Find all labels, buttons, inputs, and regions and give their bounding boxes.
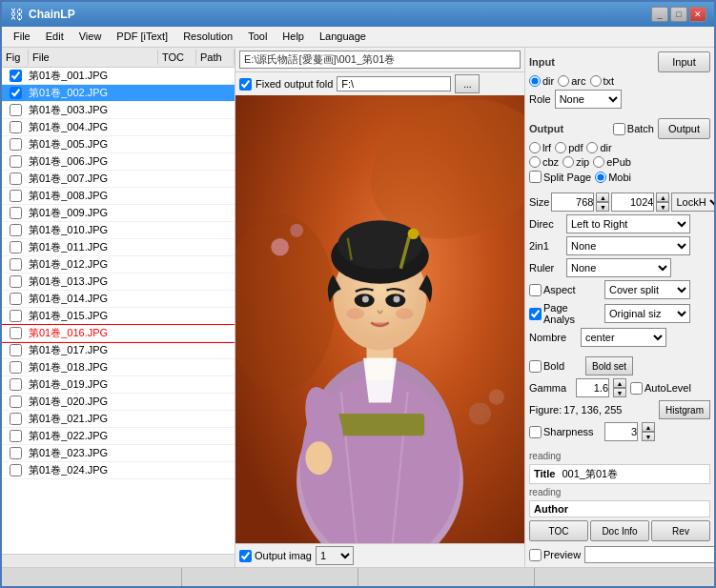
dir-radio[interactable] — [529, 75, 541, 87]
page-analysis-select[interactable]: Original siz — [604, 304, 690, 323]
file-checkbox[interactable] — [10, 224, 22, 236]
arc-radio-label[interactable]: arc — [558, 75, 585, 87]
sharpness-checkbox[interactable] — [529, 426, 542, 438]
file-row[interactable]: 第01巻_006.JPG — [2, 153, 235, 171]
file-checkbox[interactable] — [10, 258, 22, 271]
file-row[interactable]: 第01巻_007.JPG — [2, 171, 235, 188]
file-row[interactable]: 第01巻_019.JPG — [2, 376, 235, 394]
file-row[interactable]: 第01巻_005.JPG — [2, 136, 235, 153]
menu-view[interactable]: View — [72, 29, 110, 45]
autolevel-checkbox[interactable] — [630, 382, 643, 395]
pdf-radio[interactable] — [555, 142, 566, 153]
file-row[interactable]: 第01巻_003.JPG — [2, 102, 235, 119]
dir-radio-label[interactable]: dir — [529, 75, 554, 87]
toc-button[interactable]: TOC — [529, 520, 588, 541]
file-checkbox[interactable] — [10, 395, 22, 408]
page-analysis-checkbox[interactable] — [529, 308, 542, 320]
file-list-scroll[interactable]: 第01巻_001.JPG第01巻_002.JPG第01巻_003.JPG第01巻… — [2, 68, 235, 554]
aspect-select[interactable]: Cover split — [604, 280, 690, 299]
cbz-radio-label[interactable]: cbz — [529, 156, 559, 168]
preview-input[interactable] — [584, 546, 714, 563]
zip-radio[interactable] — [563, 156, 574, 168]
lock-select[interactable]: LockH — [671, 193, 714, 212]
twoin1-select[interactable]: None — [566, 236, 690, 255]
role-select[interactable]: None — [555, 90, 622, 109]
split-page-label[interactable]: Split Page — [529, 171, 591, 183]
file-row[interactable]: 第01巻_020.JPG — [2, 394, 235, 411]
file-checkbox[interactable] — [10, 310, 22, 322]
file-checkbox[interactable] — [10, 344, 22, 356]
batch-checkbox-label[interactable]: Batch — [613, 123, 654, 135]
file-checkbox[interactable] — [10, 293, 22, 305]
menu-resolution[interactable]: Resolution — [175, 29, 240, 45]
file-row[interactable]: 第01巻_018.JPG — [2, 359, 235, 376]
output-image-checkbox[interactable] — [239, 550, 252, 562]
file-checkbox[interactable] — [10, 275, 22, 288]
file-row[interactable]: 第01巻_017.JPG — [2, 342, 235, 359]
zip-radio-label[interactable]: zip — [563, 156, 589, 168]
txt-radio[interactable] — [590, 75, 602, 87]
file-checkbox[interactable] — [10, 87, 22, 99]
size-h-up[interactable]: ▲ — [656, 193, 669, 202]
sharpness-up[interactable]: ▲ — [642, 422, 655, 432]
cbz-radio[interactable] — [529, 156, 541, 168]
file-checkbox[interactable] — [10, 361, 22, 374]
dir-out-radio[interactable] — [586, 142, 598, 153]
txt-radio-label[interactable]: txt — [590, 75, 615, 87]
menu-edit[interactable]: Edit — [38, 29, 72, 45]
batch-checkbox[interactable] — [613, 123, 625, 135]
file-checkbox[interactable] — [10, 190, 22, 202]
bold-set-button[interactable]: Bold set — [585, 356, 633, 375]
maximize-button[interactable]: □ — [670, 7, 687, 22]
mobi-radio-label[interactable]: Mobi — [595, 172, 631, 183]
file-row[interactable]: 第01巻_013.JPG — [2, 274, 235, 291]
page-analysis-checkbox-label[interactable]: Page Analys — [529, 302, 601, 325]
file-checkbox[interactable] — [10, 207, 22, 219]
menu-help[interactable]: Help — [275, 29, 312, 45]
file-checkbox[interactable] — [10, 121, 22, 133]
bold-checkbox-label[interactable]: Bold — [529, 360, 582, 373]
preview-checkbox-label[interactable]: Preview — [529, 549, 581, 561]
epub-radio-label[interactable]: ePub — [593, 156, 631, 168]
file-checkbox[interactable] — [10, 104, 22, 116]
file-checkbox[interactable] — [10, 70, 22, 82]
file-row[interactable]: 第01巻_022.JPG — [2, 428, 235, 445]
file-checkbox[interactable] — [10, 241, 22, 253]
page-select[interactable]: 1 — [316, 546, 354, 565]
size-width-input[interactable] — [551, 193, 594, 212]
gamma-up[interactable]: ▲ — [613, 378, 626, 388]
file-checkbox[interactable] — [10, 430, 22, 442]
ruler-select[interactable]: None — [566, 258, 671, 277]
split-page-checkbox[interactable] — [529, 171, 542, 183]
menu-pdf[interactable]: PDF [iText] — [109, 29, 175, 45]
aspect-checkbox[interactable] — [529, 284, 542, 296]
size-height-input[interactable] — [611, 193, 654, 212]
file-checkbox[interactable] — [10, 413, 22, 425]
file-row[interactable]: 第01巻_011.JPG — [2, 239, 235, 256]
fixed-output-fold-checkbox[interactable] — [239, 78, 252, 91]
input-button[interactable]: Input — [658, 51, 710, 72]
preview-checkbox[interactable] — [529, 549, 542, 561]
fold-path-input[interactable] — [337, 76, 451, 91]
lrf-radio[interactable] — [529, 142, 541, 153]
file-row[interactable]: 第01巻_014.JPG — [2, 291, 235, 308]
file-checkbox[interactable] — [10, 464, 22, 476]
epub-radio[interactable] — [593, 156, 604, 168]
mobi-radio[interactable] — [595, 172, 606, 183]
nombre-select[interactable]: center — [581, 328, 666, 347]
file-checkbox[interactable] — [10, 447, 22, 459]
rev-button[interactable]: Rev — [651, 520, 710, 541]
size-h-down[interactable]: ▼ — [656, 202, 669, 212]
file-row[interactable]: 第01巻_002.JPG — [2, 85, 235, 102]
file-checkbox[interactable] — [10, 155, 22, 168]
lrf-radio-label[interactable]: lrf — [529, 142, 551, 153]
minimize-button[interactable]: _ — [651, 7, 668, 22]
file-row[interactable]: 第01巻_023.JPG — [2, 445, 235, 462]
file-row[interactable]: 第01巻_012.JPG — [2, 256, 235, 274]
direction-select[interactable]: Left to Right — [566, 214, 690, 233]
bold-checkbox[interactable] — [529, 360, 542, 373]
size-w-up[interactable]: ▲ — [596, 193, 609, 202]
browse-button[interactable]: ... — [455, 74, 480, 93]
dir-out-radio-label[interactable]: dir — [586, 142, 611, 153]
arc-radio[interactable] — [558, 75, 569, 87]
